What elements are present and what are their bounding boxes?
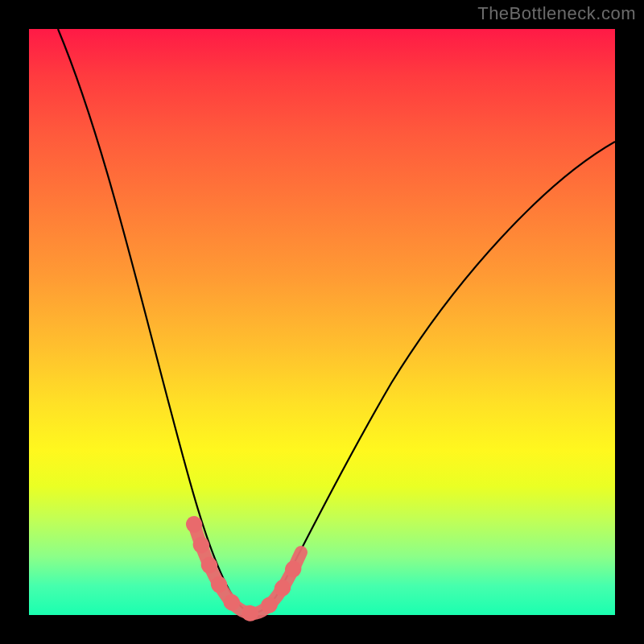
plot-area: [29, 29, 615, 615]
watermark-text: TheBottleneck.com: [477, 3, 636, 24]
chart-frame: TheBottleneck.com: [0, 0, 644, 644]
bottleneck-curve: [58, 29, 615, 613]
curve-layer: [29, 29, 615, 615]
